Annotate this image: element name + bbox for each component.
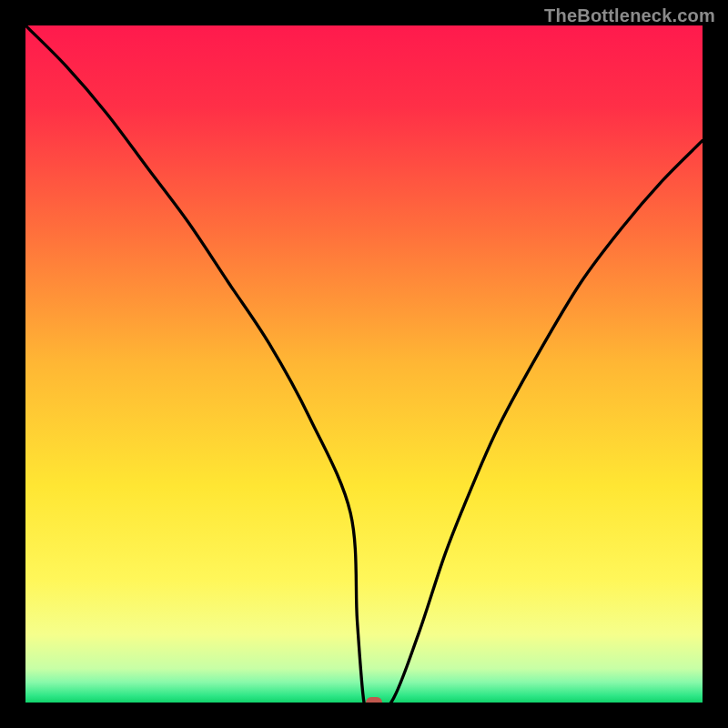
chart-frame: TheBottleneck.com <box>0 0 728 728</box>
bottleneck-curve <box>25 25 703 703</box>
plot-area <box>25 25 703 703</box>
attribution-label: TheBottleneck.com <box>544 5 715 26</box>
optimal-point-marker <box>366 697 382 703</box>
